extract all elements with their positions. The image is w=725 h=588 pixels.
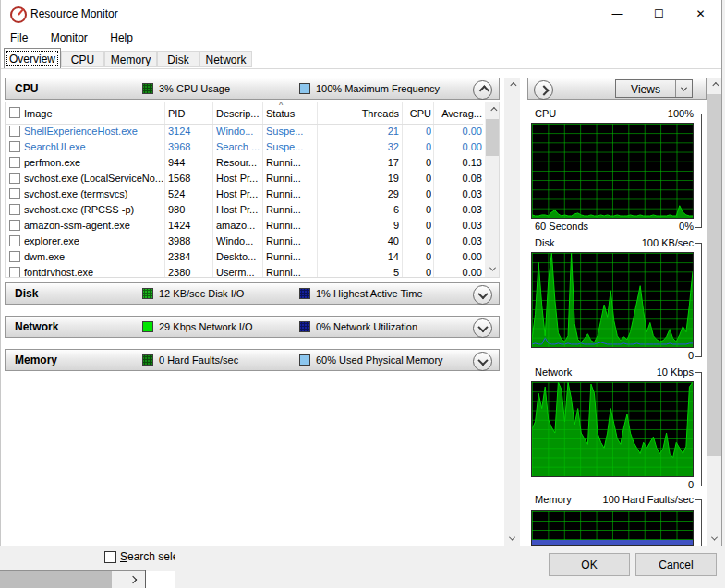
column-header-status[interactable]: Status — [266, 108, 316, 119]
table-row[interactable]: SearchUI.exe 3968 Search ... Suspe... 32… — [6, 139, 483, 155]
hard-faults-chip-icon — [142, 354, 153, 366]
expand-network-button[interactable] — [473, 318, 492, 338]
scroll-right-button[interactable] — [122, 571, 144, 588]
close-button[interactable]: ✕ — [680, 0, 721, 28]
maximize-button[interactable]: ☐ — [638, 0, 680, 28]
tab-strip: Overview CPU Memory Disk Network — [1, 48, 721, 69]
cell-description: amazo... — [216, 220, 264, 231]
network-utilization-label: 0% Network Utilization — [316, 321, 417, 332]
row-checkbox[interactable] — [9, 157, 20, 168]
row-checkbox[interactable] — [9, 173, 20, 184]
scroll-down-button[interactable] — [707, 531, 722, 546]
row-checkbox[interactable] — [9, 204, 20, 215]
network-graph-scale: 10 Kbps — [657, 366, 694, 378]
menu-help[interactable]: Help — [101, 28, 142, 44]
cell-pid: 2384 — [168, 251, 212, 262]
scrollbar-thumb[interactable] — [486, 119, 500, 156]
column-header-threads[interactable]: Threads — [324, 108, 399, 119]
table-row[interactable]: explorer.exe 3988 Windo... Runni... 40 0… — [6, 234, 483, 249]
column-header-description[interactable]: Descrip... — [216, 108, 264, 119]
collapse-cpu-button[interactable] — [473, 80, 492, 100]
cell-cpu: 0 — [402, 235, 431, 246]
network-graph — [531, 381, 694, 477]
disk-graph — [531, 252, 694, 348]
scrollbar-thumb[interactable] — [707, 94, 721, 456]
row-checkbox[interactable] — [9, 267, 20, 278]
table-header-row[interactable]: Image PID Descrip... ^ Status Threads CP… — [6, 102, 483, 125]
row-checkbox[interactable] — [9, 235, 20, 246]
table-row[interactable]: svchost.exe (termsvcs) 524 Host Pr... Ru… — [6, 186, 483, 202]
cell-pid: 980 — [168, 204, 212, 215]
menu-monitor[interactable]: Monitor — [42, 28, 97, 44]
column-header-average[interactable]: Averag... — [433, 108, 482, 119]
cell-image: dwm.exe — [24, 251, 164, 262]
search-checkbox[interactable] — [104, 551, 116, 563]
cpu-usage-chip-icon — [142, 83, 153, 94]
network-section-header[interactable]: Network 29 Kbps Network I/O 0% Network U… — [5, 316, 500, 338]
tab-cpu[interactable]: CPU — [61, 51, 104, 67]
chevron-down-icon — [509, 534, 515, 541]
cell-cpu: 0 — [402, 188, 431, 199]
table-row[interactable]: svchost.exe (LocalServiceNo... 1568 Host… — [6, 171, 483, 186]
right-panel-scrollbar[interactable] — [707, 78, 722, 546]
cell-pid: 2380 — [168, 267, 212, 278]
chevron-up-icon — [490, 107, 497, 114]
table-row[interactable]: perfmon.exe 944 Resour... Runni... 17 0 … — [6, 155, 483, 171]
divider — [175, 546, 175, 588]
scroll-up-button[interactable] — [504, 78, 520, 93]
select-all-checkbox[interactable] — [9, 107, 20, 118]
disk-section-header[interactable]: Disk 12 KB/sec Disk I/O 1% Highest Activ… — [5, 282, 500, 305]
chevron-down-icon — [681, 84, 687, 90]
table-row[interactable]: fontdrvhost.exe 2380 Userm... Runni... 5… — [6, 265, 483, 278]
tab-overview[interactable]: Overview — [4, 48, 61, 68]
expand-disk-button[interactable] — [473, 285, 492, 305]
scroll-up-button[interactable] — [485, 102, 500, 118]
table-row[interactable]: ShellExperienceHost.exe 3124 Windo... Su… — [6, 124, 483, 139]
tab-network[interactable]: Network — [199, 51, 252, 67]
chevron-down-icon — [477, 288, 488, 298]
cpu-graph-bracket — [695, 114, 702, 228]
horizontal-scrollbar-thumb[interactable] — [0, 571, 112, 588]
scroll-down-button[interactable] — [504, 531, 520, 546]
scroll-up-button[interactable] — [707, 78, 722, 93]
scroll-down-button[interactable] — [485, 261, 500, 277]
cell-pid: 3988 — [168, 235, 212, 246]
ok-button[interactable]: OK — [549, 553, 630, 576]
cpu-section-header[interactable]: CPU 3% CPU Usage 100% Maximum Frequency — [5, 78, 500, 100]
cell-status: Runni... — [266, 251, 316, 262]
views-dropdown-arrow[interactable] — [675, 80, 692, 97]
memory-graph-scale: 100 Hard Faults/sec — [603, 494, 694, 505]
row-checkbox[interactable] — [9, 220, 20, 231]
column-header-image[interactable]: Image — [24, 108, 164, 119]
memory-section-header[interactable]: Memory 0 Hard Faults/sec 60% Used Physic… — [5, 349, 500, 371]
table-row[interactable]: dwm.exe 2384 Deskto... Runni... 14 0 0.0… — [6, 249, 483, 265]
row-checkbox[interactable] — [9, 188, 20, 199]
collapse-panel-button[interactable] — [534, 80, 553, 100]
row-checkbox[interactable] — [9, 141, 20, 152]
column-header-cpu[interactable]: CPU — [402, 108, 431, 119]
table-row[interactable]: amazon-ssm-agent.exe 1424 amazo... Runni… — [6, 218, 483, 234]
menu-file[interactable]: File — [1, 28, 37, 44]
title-bar[interactable]: Resource Monitor — ☐ ✕ — [1, 0, 721, 28]
cancel-button[interactable]: Cancel — [635, 553, 717, 576]
row-checkbox[interactable] — [9, 251, 20, 262]
disk-io-label: 12 KB/sec Disk I/O — [159, 288, 244, 299]
views-button[interactable]: Views — [615, 79, 693, 98]
cell-cpu: 0 — [402, 173, 431, 184]
cpu-usage-label: 3% CPU Usage — [159, 83, 230, 94]
column-header-pid[interactable]: PID — [168, 108, 212, 119]
minimize-button[interactable]: — — [597, 0, 638, 28]
cpu-process-table: Image PID Descrip... ^ Status Threads CP… — [5, 102, 500, 278]
cell-pid: 944 — [168, 157, 212, 168]
left-pane-scrollbar[interactable] — [504, 78, 520, 546]
tab-disk[interactable]: Disk — [157, 51, 199, 67]
table-row[interactable]: svchost.exe (RPCSS -p) 980 Host Pr... Ru… — [6, 202, 483, 218]
tab-memory[interactable]: Memory — [104, 51, 157, 67]
table-scrollbar[interactable] — [485, 102, 500, 277]
cell-image: perfmon.exe — [24, 157, 164, 168]
network-utilization-chip-icon — [299, 321, 310, 332]
row-checkbox[interactable] — [9, 126, 20, 137]
cell-cpu: 0 — [402, 141, 431, 152]
expand-memory-button[interactable] — [473, 352, 492, 371]
cell-status: Runni... — [266, 157, 316, 168]
